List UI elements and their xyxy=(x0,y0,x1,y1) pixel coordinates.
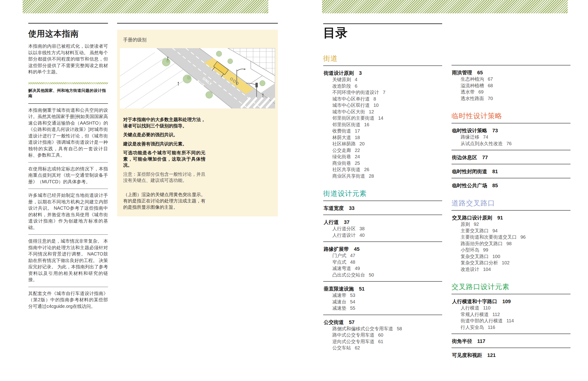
toc-group: 人行横道和十字路口109人行横道110常规人行横道112街道中部的人行横道114… xyxy=(452,294,570,334)
toc-group: 垂直限速设施51减速带53减速台54减速垫55 xyxy=(323,281,442,315)
toc-subentry: 透水带69 xyxy=(452,89,570,95)
toc-subentry: 透水性路面70 xyxy=(452,95,570,102)
toc-entry-page: 33 xyxy=(349,206,355,211)
article-intro: 本指南的内容已被程式化，以便读者可以以非线性方式与材料互动。 虽然每个部分都提供… xyxy=(28,43,108,75)
toc-subentry-label: 主要街道和次要街道交叉口 xyxy=(461,234,517,240)
toc-entry-label: 临时性设计策略 xyxy=(452,128,487,133)
toc-subentry-page: 7 xyxy=(383,90,385,95)
toc-subentry-label: 邻里街区的主要街道 xyxy=(332,115,374,121)
toc-subentry-label: 减速弯道 xyxy=(332,266,351,271)
toc-subentry: 减速带53 xyxy=(324,292,442,299)
toc-subentry-page: 114 xyxy=(506,318,514,323)
toc-entry-page: 121 xyxy=(487,353,496,358)
toc-subentry-page: 26 xyxy=(364,167,369,172)
toc-subentry-label: 商业区共享街道 xyxy=(332,173,365,179)
toc-subentry-page: 38 xyxy=(359,226,365,231)
toc-subentry-label: 社区共享街道 xyxy=(332,167,360,172)
toc-subentry-page: 54 xyxy=(350,299,355,304)
toc-subentry: 减速弯道49 xyxy=(324,265,442,272)
toc-subentry-page: 18 xyxy=(355,135,360,140)
toc-subentry-page: 68 xyxy=(488,83,493,88)
toc-subentry: 路侧式和偏移式公交专用车道58 xyxy=(324,326,442,332)
toc-subentry-label: 不同环境中的街道设计 xyxy=(332,90,379,95)
article-column: 使用这本指南 本指南的内容已被程式化，以便读者可以以非线性方式与材料互动。 虽然… xyxy=(28,23,108,313)
toc-subentry: 林荫大道18 xyxy=(324,134,442,141)
toc-subentry-page: 112 xyxy=(492,312,500,317)
toc-group: 街边休息区77 xyxy=(452,150,570,164)
toc-entry-label: 街边休息区 xyxy=(452,155,477,160)
toc-subentry: 城市中心区双行道10 xyxy=(324,102,442,109)
toc-subentry-label: 生态种植沟 xyxy=(461,76,484,82)
toc-subentry: 邻里街区街道16 xyxy=(324,122,442,128)
striped-banner-left xyxy=(23,0,268,13)
toc-subentry: 路面抬升的交叉路口98 xyxy=(452,240,570,247)
toc-subentry: 人行道分区38 xyxy=(324,226,442,232)
toc-subentry-page: 92 xyxy=(474,222,479,227)
toc-subentry-label: 凸出式公交站台 xyxy=(332,272,365,277)
toc-subentry: 溢流种植槽68 xyxy=(452,83,570,89)
toc-entry-label: 街道设计原则 xyxy=(324,70,354,76)
toc-group: 雨洪管理65生态种植沟67溢流种植槽68透水带69透水性路面70 xyxy=(452,65,570,105)
toc-subentry: 常规人行横道112 xyxy=(452,311,570,318)
toc-entry-label: 垂直限速设施 xyxy=(324,286,354,292)
toc-entry-label: 临时性封闭街道 xyxy=(452,169,487,174)
toc-entry-page: 3 xyxy=(359,70,362,76)
toc-subentry-page: 25 xyxy=(355,161,360,166)
toc-subentry-page: 60 xyxy=(378,332,383,338)
article-paragraph: 值得注意的是，城市情况非常复杂。 本指南中讨论的处理方法和主题必须针对不同情况和… xyxy=(28,234,108,287)
toc-subentry: 公交车站62 xyxy=(324,345,442,351)
toc-subentry-label: 人行道分区 xyxy=(332,226,356,231)
toc-subentry-page: 8 xyxy=(374,96,376,102)
toc-subentry-page: 62 xyxy=(355,345,360,350)
toc-group: 路缘扩展带45门户式47窄点式48减速弯道49凸出式公交站台50 xyxy=(323,241,442,281)
toc-subentry-page: 61 xyxy=(378,339,383,344)
toc-subentry-page: 99 xyxy=(483,247,488,253)
panel-level-paragraph: 可选功能是各个城市可能有所不同的元素，可能会增加价值，这取决于具体情况。 xyxy=(123,149,205,168)
toc-subentry: 城市中心区单行道8 xyxy=(324,96,442,102)
toc-entry-label: 交叉路口设计原则 xyxy=(452,215,492,221)
toc-subentry-page: 98 xyxy=(506,241,512,246)
toc-group: 临时性设计策略73路缘迁移74从试点到永久性改造76 xyxy=(452,123,570,150)
toc-subentry-label: 透水带 xyxy=(461,89,475,94)
toc-subentry-label: 透水性路面 xyxy=(461,96,484,101)
toc-subentry: 复杂交叉路口100 xyxy=(452,253,570,260)
toc-entry-page: 73 xyxy=(492,128,498,133)
toc-subentry: 绿化街巷24 xyxy=(324,154,442,160)
toc-entry-page: 85 xyxy=(492,183,498,188)
toc-subentry-page: 12 xyxy=(369,109,374,114)
toc-subentry: 人行横道110 xyxy=(452,305,570,311)
toc-entry-page: 65 xyxy=(477,70,483,76)
toc-subentry-page: 53 xyxy=(350,293,355,298)
toc-subentry: 减速台54 xyxy=(324,299,442,305)
toc-entry-label: 临时性公共广场 xyxy=(452,183,487,188)
toc-subentry: 关键原则4 xyxy=(324,76,442,83)
toc-entry-label: 公交街道 xyxy=(324,319,344,325)
toc-subentry: 商业区共享街道28 xyxy=(324,173,442,180)
toc-subentry-label: 减速带 xyxy=(332,293,346,298)
toc-subentry: 原则92 xyxy=(452,221,570,228)
toc-entry-page: 117 xyxy=(477,339,485,344)
toc-subentry-page: 70 xyxy=(488,96,493,101)
toc-entry-page: 109 xyxy=(503,299,511,304)
toc-subentry-label: 城市中心区单行道 xyxy=(332,96,370,102)
toc-subentry-page: 110 xyxy=(483,305,491,310)
toc-subentry: 主要交叉路口94 xyxy=(452,228,570,234)
toc-subentry-label: 主要交叉路口 xyxy=(461,228,489,233)
toc-subentry-page: 28 xyxy=(369,173,374,179)
toc-subentry: 生态种植沟67 xyxy=(452,76,570,83)
toc-subentry-page: 14 xyxy=(378,115,383,121)
toc-section-heading: 街道设计元素 xyxy=(323,189,442,198)
toc-subentry-label: 原则 xyxy=(461,222,470,227)
striped-banner-right xyxy=(322,0,568,13)
toc-group-title: 雨洪管理65 xyxy=(452,69,570,76)
toc-subentry: 街道中部的人行横道114 xyxy=(452,318,570,324)
toc-subentry-page: 96 xyxy=(521,234,525,240)
guidance-levels-panel: 手册的级别 xyxy=(117,30,278,216)
toc-group: 公交街道57路侧式和偏移式公交专用车道58路中式公交专用车道60逆向式公交专用车… xyxy=(323,315,442,354)
toc-entry-page: 91 xyxy=(497,215,503,221)
toc-title: 目录 xyxy=(323,26,348,39)
toc-entry-page: 57 xyxy=(349,319,355,325)
toc-subentry-page: 58 xyxy=(397,326,402,331)
toc-column-2: 雨洪管理65生态种植沟67溢流种植槽68透水带69透水性路面70临时性设计策略临… xyxy=(452,65,570,361)
page-title: 使用这本指南 xyxy=(28,28,108,39)
